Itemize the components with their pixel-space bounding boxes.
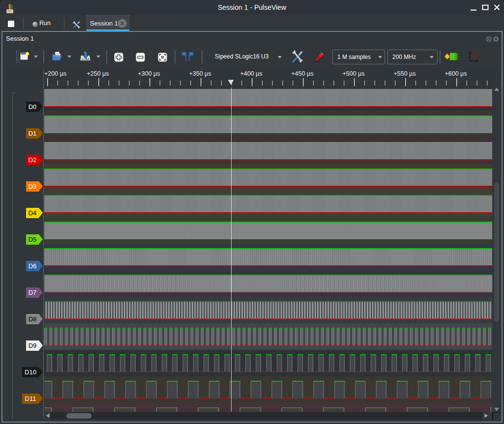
svg-text:f(x): f(x) <box>472 52 477 56</box>
